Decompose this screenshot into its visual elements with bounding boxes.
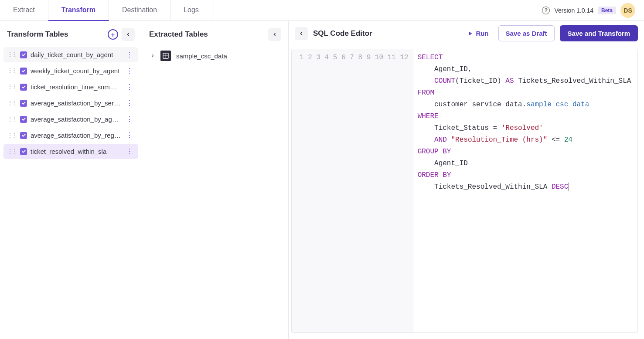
drag-handle-icon[interactable]: [7, 151, 17, 152]
tab-transform[interactable]: Transform: [48, 0, 109, 21]
collapse-right-panel-button[interactable]: [295, 27, 308, 40]
text-cursor: [569, 183, 569, 191]
avatar[interactable]: DS: [620, 3, 635, 18]
drag-handle-icon[interactable]: [7, 54, 17, 55]
tab-destination[interactable]: Destination: [109, 0, 170, 21]
transform-table-item[interactable]: weekly_ticket_count_by_agent⋮: [3, 63, 138, 78]
transform-table-item[interactable]: ticket_resolution_time_summary⋮: [3, 79, 138, 95]
transform-table-label: ticket_resolved_within_sla: [31, 148, 121, 155]
checkbox[interactable]: [20, 148, 27, 155]
transform-tables-panel: Transform Tables + daily_ticket_count_by…: [0, 21, 142, 339]
collapse-mid-panel-button[interactable]: [268, 28, 281, 41]
transform-table-item[interactable]: ticket_resolved_within_sla⋮: [3, 144, 138, 159]
checkbox[interactable]: [20, 84, 27, 91]
table-icon: [160, 51, 171, 61]
chevron-right-icon: [150, 53, 155, 58]
transform-table-item[interactable]: daily_ticket_count_by_agent⋮: [3, 47, 138, 62]
svg-marker-3: [469, 31, 472, 35]
play-icon: [468, 31, 473, 36]
drag-handle-icon[interactable]: [7, 102, 17, 104]
checkbox[interactable]: [20, 116, 27, 123]
extracted-table-label: sample_csc_data: [176, 52, 227, 60]
header-right: ? Version 1.0.14 Beta DS: [542, 3, 641, 18]
transform-table-label: average_satisfaction_by_agent: [31, 115, 121, 123]
transform-table-item[interactable]: average_satisfaction_by_region⋮: [3, 128, 138, 143]
svg-rect-0: [163, 53, 168, 58]
checkbox[interactable]: [20, 68, 27, 75]
tab-list: Extract Transform Destination Logs: [0, 0, 212, 21]
run-label: Run: [476, 30, 488, 37]
save-and-transform-button[interactable]: Save and Transform: [560, 25, 638, 41]
transform-table-item[interactable]: average_satisfaction_by_agent⋮: [3, 112, 138, 127]
version-label: Version 1.0.14: [554, 7, 593, 14]
code-editor[interactable]: 1 2 3 4 5 6 7 8 9 10 11 12 SELECT Agent_…: [291, 49, 638, 333]
more-options-icon[interactable]: ⋮: [124, 115, 135, 123]
main-tab-bar: Extract Transform Destination Logs ? Ver…: [0, 0, 644, 21]
more-options-icon[interactable]: ⋮: [124, 51, 135, 59]
transform-table-label: average_satisfaction_by_region: [31, 132, 121, 139]
chevron-left-icon: [126, 32, 131, 37]
chevron-left-icon: [299, 31, 304, 36]
more-options-icon[interactable]: ⋮: [124, 147, 135, 156]
sql-editor-title: SQL Code Editor: [313, 29, 458, 38]
line-gutter: 1 2 3 4 5 6 7 8 9 10 11 12: [292, 49, 413, 332]
drag-handle-icon[interactable]: [7, 119, 17, 120]
code-content[interactable]: SELECT Agent_ID, COUNT(Ticket_ID) AS Tic…: [413, 49, 637, 332]
more-options-icon[interactable]: ⋮: [124, 67, 135, 75]
transform-table-item[interactable]: average_satisfaction_by_service...⋮: [3, 95, 138, 111]
checkbox[interactable]: [20, 132, 27, 139]
collapse-left-panel-button[interactable]: [122, 28, 135, 41]
more-options-icon[interactable]: ⋮: [124, 131, 135, 139]
more-options-icon[interactable]: ⋮: [124, 99, 135, 107]
more-options-icon[interactable]: ⋮: [124, 83, 135, 91]
drag-handle-icon[interactable]: [7, 135, 17, 136]
transform-tables-list: daily_ticket_count_by_agent⋮weekly_ticke…: [3, 47, 138, 159]
drag-handle-icon[interactable]: [7, 86, 17, 88]
chevron-left-icon: [272, 32, 277, 37]
sql-editor-panel: SQL Code Editor Run Save as Draft Save a…: [289, 21, 644, 339]
transform-table-label: average_satisfaction_by_service...: [31, 99, 121, 107]
checkbox[interactable]: [20, 100, 27, 107]
add-transform-table-button[interactable]: +: [108, 29, 118, 40]
transform-tables-title: Transform Tables: [7, 30, 68, 39]
extracted-table-item[interactable]: sample_csc_data: [146, 47, 285, 64]
tab-logs[interactable]: Logs: [170, 0, 212, 21]
save-as-draft-button[interactable]: Save as Draft: [498, 25, 555, 41]
extracted-tables-panel: Extracted Tables sample_csc_data: [142, 21, 289, 339]
checkbox[interactable]: [20, 51, 27, 58]
run-button[interactable]: Run: [463, 27, 493, 40]
tab-extract[interactable]: Extract: [0, 0, 48, 21]
transform-table-label: weekly_ticket_count_by_agent: [31, 67, 121, 75]
transform-table-label: daily_ticket_count_by_agent: [31, 51, 121, 58]
extracted-tables-title: Extracted Tables: [149, 30, 208, 39]
help-icon[interactable]: ?: [542, 7, 550, 14]
transform-table-label: ticket_resolution_time_summary: [31, 83, 121, 91]
drag-handle-icon[interactable]: [7, 70, 17, 71]
beta-badge: Beta: [598, 7, 616, 14]
